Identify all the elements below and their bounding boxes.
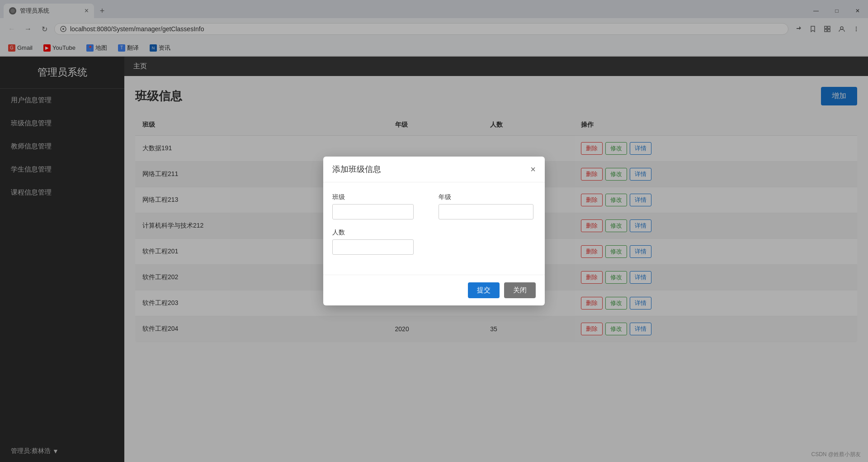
- form-group-class: 班级: [332, 193, 429, 219]
- form-group-count: 人数: [332, 229, 536, 255]
- add-class-modal: 添加班级信息 × 班级 年级 人数 提交: [323, 157, 545, 305]
- modal-close-x-button[interactable]: ×: [530, 165, 536, 174]
- close-modal-button[interactable]: 关闭: [504, 282, 536, 298]
- grade-input[interactable]: [439, 204, 533, 219]
- modal-footer: 提交 关闭: [323, 275, 545, 305]
- class-input[interactable]: [332, 204, 414, 219]
- form-label-grade: 年级: [439, 193, 536, 201]
- form-label-class: 班级: [332, 193, 429, 201]
- form-row-count: 人数: [332, 229, 536, 255]
- form-group-grade: 年级: [439, 193, 536, 219]
- submit-button[interactable]: 提交: [468, 282, 500, 298]
- modal-header: 添加班级信息 ×: [323, 157, 545, 182]
- modal-title: 添加班级信息: [332, 164, 381, 175]
- count-input[interactable]: [332, 239, 414, 255]
- modal-overlay: 添加班级信息 × 班级 年级 人数 提交: [0, 0, 868, 462]
- form-row-class-grade: 班级 年级: [332, 193, 536, 219]
- modal-body: 班级 年级 人数: [323, 182, 545, 275]
- form-label-count: 人数: [332, 229, 536, 237]
